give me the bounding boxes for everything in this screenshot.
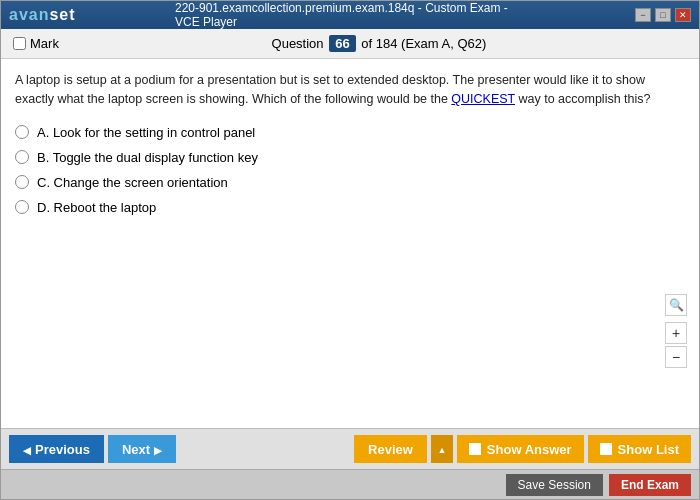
title-bar: avanset 220-901.examcollection.premium.e… xyxy=(1,1,699,29)
minimize-button[interactable]: − xyxy=(635,8,651,22)
options-list: A. Look for the setting in control panel… xyxy=(15,125,685,215)
option-c[interactable]: C. Change the screen orientation xyxy=(15,175,685,190)
app-window: avanset 220-901.examcollection.premium.e… xyxy=(0,0,700,500)
question-info: Question 66 of 184 (Exam A, Q62) xyxy=(71,35,687,52)
mark-checkbox[interactable] xyxy=(13,37,26,50)
question-label: Question xyxy=(272,36,324,51)
end-exam-button[interactable]: End Exam xyxy=(609,474,691,496)
maximize-button[interactable]: □ xyxy=(655,8,671,22)
close-button[interactable]: ✕ xyxy=(675,8,691,22)
highlight-word: QUICKEST xyxy=(451,92,515,106)
save-session-button[interactable]: Save Session xyxy=(506,474,603,496)
caret-down-icon xyxy=(437,443,446,455)
option-d[interactable]: D. Reboot the laptop xyxy=(15,200,685,215)
total-questions: of 184 (Exam A, Q62) xyxy=(361,36,486,51)
title-bar-title: 220-901.examcollection.premium.exam.184q… xyxy=(175,1,525,29)
question-header: Mark Question 66 of 184 (Exam A, Q62) xyxy=(1,29,699,59)
option-a[interactable]: A. Look for the setting in control panel xyxy=(15,125,685,140)
question-number: 66 xyxy=(329,35,355,52)
option-d-label: D. Reboot the laptop xyxy=(37,200,156,215)
question-text: A laptop is setup at a podium for a pres… xyxy=(15,71,685,109)
title-bar-left: avanset xyxy=(9,6,76,24)
next-button[interactable]: Next xyxy=(108,435,176,463)
next-arrow-icon xyxy=(154,442,162,457)
zoom-in-button[interactable]: + xyxy=(665,322,687,344)
review-button[interactable]: Review xyxy=(354,435,427,463)
show-list-button[interactable]: Show List xyxy=(588,435,691,463)
option-b[interactable]: B. Toggle the dual display function key xyxy=(15,150,685,165)
option-a-label: A. Look for the setting in control panel xyxy=(37,125,255,140)
previous-button[interactable]: Previous xyxy=(9,435,104,463)
footer-bar: Save Session End Exam xyxy=(1,469,699,499)
show-answer-button[interactable]: Show Answer xyxy=(457,435,584,463)
bottom-nav: Previous Next Review Show Answer Show Li… xyxy=(1,428,699,469)
review-caret-button[interactable] xyxy=(431,435,453,463)
mark-label[interactable]: Mark xyxy=(13,36,59,51)
zoom-out-button[interactable]: − xyxy=(665,346,687,368)
radio-c[interactable] xyxy=(15,175,29,189)
radio-b[interactable] xyxy=(15,150,29,164)
option-b-label: B. Toggle the dual display function key xyxy=(37,150,258,165)
option-c-label: C. Change the screen orientation xyxy=(37,175,228,190)
radio-d[interactable] xyxy=(15,200,29,214)
show-answer-icon xyxy=(469,443,481,455)
window-controls: − □ ✕ xyxy=(635,8,691,22)
prev-arrow-icon xyxy=(23,442,31,457)
zoom-search-button[interactable]: 🔍 xyxy=(665,294,687,316)
show-list-icon xyxy=(600,443,612,455)
avanset-logo: avanset xyxy=(9,6,76,24)
zoom-controls: 🔍 + − xyxy=(665,294,687,368)
radio-a[interactable] xyxy=(15,125,29,139)
main-content: A laptop is setup at a podium for a pres… xyxy=(1,59,699,428)
